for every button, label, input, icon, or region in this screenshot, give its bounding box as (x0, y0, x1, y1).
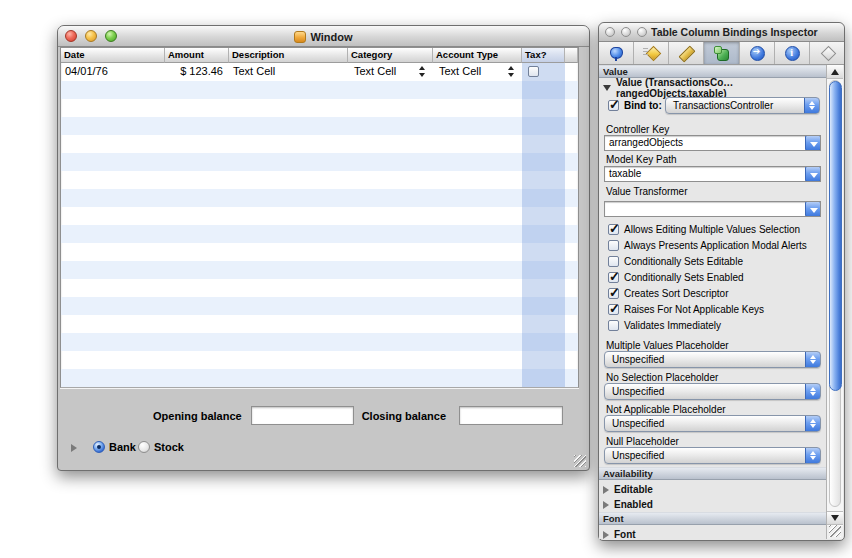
cell-date[interactable]: 04/01/76 (65, 64, 108, 79)
option-checkbox-6[interactable] (608, 304, 619, 315)
table-empty-row[interactable] (61, 153, 578, 171)
value-transformer-combo[interactable] (604, 201, 821, 217)
cell-amount[interactable]: $ 123.46 (165, 64, 225, 79)
scroll-up-icon[interactable] (827, 65, 843, 79)
table-empty-row[interactable] (61, 333, 578, 351)
inspector-tab-applescript[interactable] (810, 42, 844, 64)
table-empty-row[interactable] (61, 135, 578, 153)
column-header-spare[interactable] (565, 48, 578, 63)
inspector-resize-grip[interactable] (829, 525, 841, 537)
closing-balance-field[interactable] (459, 406, 563, 425)
opening-balance-field[interactable] (251, 406, 354, 425)
placeholder-label: Null Placeholder (606, 436, 679, 447)
controller-key-value: arrangedObjects (609, 137, 683, 148)
table-empty-row[interactable] (61, 225, 578, 243)
option-label: Conditionally Sets Enabled (624, 272, 744, 283)
table-empty-row[interactable] (61, 207, 578, 225)
availability-section-header: Availability (599, 467, 828, 480)
radio-bank[interactable] (93, 441, 105, 453)
model-key-path-combo[interactable]: taxable (604, 166, 821, 182)
opening-balance-label: Opening balance (153, 410, 241, 422)
column-header-tax-[interactable]: Tax? (522, 48, 565, 63)
category-stepper-icon[interactable] (418, 66, 425, 77)
selected-column-highlight (522, 63, 565, 387)
disclosure-triangle-icon[interactable] (71, 444, 77, 452)
table-row[interactable] (61, 63, 578, 81)
window-title-group: Window (58, 29, 589, 45)
scroll-down-icon[interactable] (827, 511, 843, 525)
resize-grip[interactable] (574, 455, 586, 467)
popup-arrows-icon (805, 383, 821, 400)
table-empty-row[interactable] (61, 99, 578, 117)
table-empty-row[interactable] (61, 117, 578, 135)
tax-checkbox[interactable] (528, 66, 539, 77)
option-checkbox-5[interactable] (608, 288, 619, 299)
placeholder-popup-2[interactable]: Unspecified (604, 383, 821, 400)
column-header-account-type[interactable]: Account Type (433, 48, 522, 63)
bindings-inspector-window: Table Column Bindings Inspector Value Va… (598, 22, 845, 541)
cell-description[interactable]: Text Cell (233, 64, 275, 79)
inspector-tab-connections[interactable] (740, 42, 775, 64)
inspector-tab-size[interactable] (669, 42, 704, 64)
inactive-minimize-button[interactable] (621, 27, 631, 37)
document-window-titlebar[interactable]: Window (58, 26, 589, 47)
placeholder-label: Multiple Values Placeholder (606, 340, 729, 351)
column-header-category[interactable]: Category (348, 48, 433, 63)
table-header-row: DateAmountDescriptionCategoryAccount Typ… (61, 48, 578, 63)
column-header-description[interactable]: Description (229, 48, 348, 63)
inactive-zoom-button[interactable] (637, 27, 647, 37)
availability-item-editable[interactable]: Editable (603, 483, 653, 496)
connections-icon (749, 45, 765, 61)
table-empty-row[interactable] (61, 279, 578, 297)
font-item-font[interactable]: Font (603, 528, 636, 539)
option-checkbox-4[interactable] (608, 272, 619, 283)
controller-key-combo[interactable]: arrangedObjects (604, 135, 821, 151)
bind-to-checkbox[interactable] (608, 100, 619, 111)
scrollbar-thumb[interactable] (829, 81, 842, 391)
transactions-table: DateAmountDescriptionCategoryAccount Typ… (60, 47, 579, 388)
radio-stock[interactable] (138, 441, 150, 453)
inspector-toolbar (599, 42, 844, 65)
availability-item-enabled[interactable]: Enabled (603, 498, 653, 511)
popup-arrows-icon (804, 97, 820, 114)
option-checkbox-7[interactable] (608, 320, 619, 331)
option-checkbox-1[interactable] (608, 224, 619, 235)
inspector-tab-info[interactable] (775, 42, 810, 64)
placeholder-popup-3[interactable]: Unspecified (604, 415, 821, 432)
value-binding-disclosure[interactable]: Value (TransactionsCo…rangedObjects.taxa… (603, 81, 828, 94)
value-binding-title: Value (TransactionsCo…rangedObjects.taxa… (616, 77, 828, 99)
table-empty-row[interactable] (61, 297, 578, 315)
column-header-amount[interactable]: Amount (165, 48, 229, 63)
applescript-icon (819, 45, 835, 61)
option-label: Allows Editing Multiple Values Selection (624, 224, 800, 235)
cell-account-type[interactable]: Text Cell (439, 64, 481, 79)
option-checkbox-2[interactable] (608, 240, 619, 251)
inspector-titlebar[interactable]: Table Column Bindings Inspector (599, 23, 844, 42)
option-label: Validates Immediately (624, 320, 721, 331)
table-empty-row[interactable] (61, 243, 578, 261)
account-type-stepper-icon[interactable] (507, 66, 514, 77)
inspector-tab-effects[interactable] (634, 42, 669, 64)
column-header-date[interactable]: Date (61, 48, 165, 63)
table-empty-row[interactable] (61, 189, 578, 207)
option-checkbox-3[interactable] (608, 256, 619, 267)
inspector-tab-bindings[interactable] (704, 42, 739, 64)
value-transformer-label: Value Transformer (606, 186, 688, 197)
placeholder-popup-1[interactable]: Unspecified (604, 351, 821, 368)
table-empty-row[interactable] (61, 315, 578, 333)
bind-to-popup[interactable]: TransactionsController (665, 97, 820, 114)
table-empty-row[interactable] (61, 171, 578, 189)
disclosure-right-icon (603, 531, 609, 539)
table-empty-row[interactable] (61, 261, 578, 279)
bind-to-popup-value: TransactionsController (673, 100, 773, 111)
placeholder-popup-4[interactable]: Unspecified (604, 447, 821, 464)
table-empty-row[interactable] (61, 351, 578, 369)
table-empty-row[interactable] (61, 81, 578, 99)
inspector-scrollbar[interactable] (826, 65, 843, 539)
inactive-close-button[interactable] (605, 27, 615, 37)
inspector-tab-attributes[interactable] (599, 42, 634, 64)
window-title: Window (310, 31, 352, 43)
table-empty-row[interactable] (61, 369, 578, 387)
font-section-header: Font (599, 512, 828, 525)
cell-category[interactable]: Text Cell (354, 64, 396, 79)
